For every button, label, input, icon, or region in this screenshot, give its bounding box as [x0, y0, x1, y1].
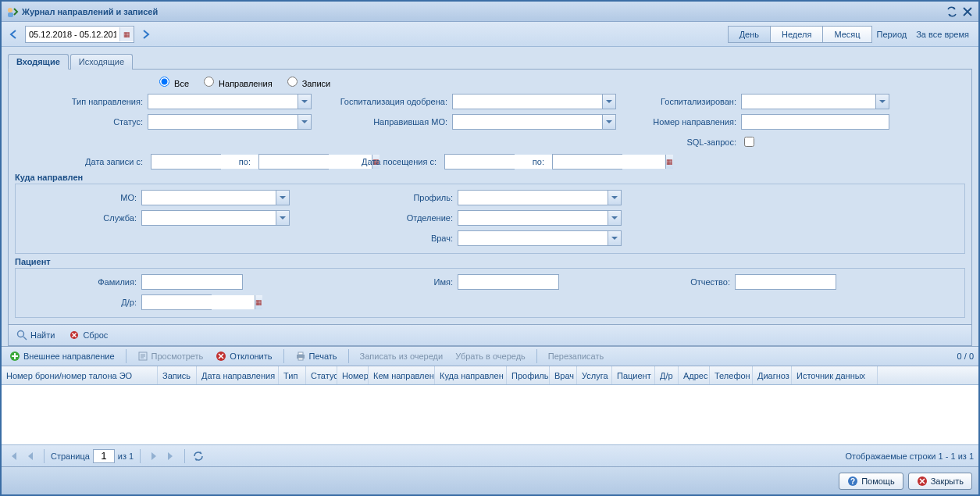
col-header[interactable]: Номер брони/номер талона ЭО: [2, 366, 158, 384]
app-icon: [6, 5, 19, 18]
label-status: Статус:: [15, 117, 148, 127]
label-surname: Фамилия:: [20, 277, 141, 287]
view-button[interactable]: Просмотреть: [134, 349, 207, 363]
seg-day[interactable]: День: [728, 26, 771, 43]
section-where: Куда направлен: [15, 173, 965, 182]
label-visit-from: Дата посещения с:: [332, 157, 441, 166]
col-header[interactable]: Телефон: [710, 366, 753, 384]
combo-service[interactable]: [141, 210, 290, 226]
combo-doctor[interactable]: [458, 230, 622, 246]
radio-all[interactable]: Все: [155, 74, 189, 88]
combo-status[interactable]: [148, 114, 312, 130]
calendar-icon[interactable]: ▦: [119, 27, 134, 41]
combo-sending-mo[interactable]: [452, 114, 616, 130]
help-button[interactable]: ?Помощь: [839, 473, 903, 490]
prev-arrow-icon[interactable]: [6, 27, 22, 42]
date-rec-to[interactable]: ▦: [258, 154, 329, 169]
svg-text:?: ?: [850, 477, 855, 486]
label-service: Служба:: [20, 213, 141, 223]
label-doctor: Врач:: [325, 234, 458, 243]
col-header[interactable]: Статус: [306, 366, 337, 384]
link-alltime[interactable]: За все время: [916, 30, 969, 39]
col-header[interactable]: Пациент: [612, 366, 655, 384]
pager-label2: из 1: [118, 451, 134, 461]
tab-outgoing[interactable]: Исходящие: [70, 54, 133, 70]
seg-week[interactable]: Неделя: [771, 26, 823, 43]
next-arrow-icon[interactable]: [137, 27, 153, 42]
radio-records[interactable]: Записи: [283, 74, 331, 88]
date-rec-from[interactable]: ▦: [151, 154, 221, 169]
label-to1: по:: [224, 157, 255, 166]
chk-sql[interactable]: [744, 137, 754, 147]
pager-last-icon[interactable]: [164, 449, 178, 463]
date-range-input[interactable]: ▦: [25, 26, 134, 43]
label-hospitalized: Госпитализирован:: [624, 97, 741, 106]
col-header[interactable]: Д/р: [655, 366, 679, 384]
col-header[interactable]: Кем направлен: [369, 366, 435, 384]
grid-body: [2, 385, 978, 444]
enqueue-button[interactable]: Записать из очереди: [357, 350, 447, 362]
refresh-icon[interactable]: [946, 5, 958, 18]
radio-referrals[interactable]: Направления: [200, 74, 273, 88]
find-button[interactable]: Найти: [13, 328, 58, 342]
reset-button[interactable]: Сброс: [66, 328, 111, 342]
svg-rect-9: [298, 358, 303, 360]
col-header[interactable]: Услуга: [577, 366, 612, 384]
combo-ref-type[interactable]: [148, 94, 312, 109]
svg-point-0: [8, 8, 12, 12]
col-header[interactable]: Врач: [550, 366, 577, 384]
label-mo: МО:: [20, 193, 141, 202]
dequeue-button[interactable]: Убрать в очередь: [452, 350, 529, 362]
label-dob: Д/р:: [20, 298, 141, 307]
label-rec-date-from: Дата записи с:: [15, 157, 148, 166]
combo-mo[interactable]: [141, 190, 290, 205]
section-patient: Пациент: [15, 257, 965, 266]
date-dob[interactable]: ▦: [141, 294, 212, 310]
combo-department[interactable]: [458, 210, 622, 226]
rerecord-button[interactable]: Перезаписать: [545, 350, 607, 362]
label-profile: Профиль:: [325, 193, 458, 202]
pager-refresh-icon[interactable]: [191, 449, 205, 463]
col-header[interactable]: Запись: [158, 366, 197, 384]
seg-month[interactable]: Месяц: [823, 26, 871, 43]
row-counter: 0 / 0: [957, 351, 974, 361]
combo-hospitalized[interactable]: [741, 94, 889, 109]
pager-page-input[interactable]: [93, 449, 115, 463]
col-header[interactable]: Адрес: [679, 366, 710, 384]
close-button[interactable]: Закрыть: [908, 473, 972, 490]
col-header[interactable]: Источник данных: [792, 366, 878, 384]
col-header[interactable]: Куда направлен: [435, 366, 507, 384]
window-title: Журнал направлений и записей: [22, 7, 158, 16]
print-button[interactable]: Печать: [292, 349, 340, 363]
label-hosp-approved: Госпитализация одобрена:: [319, 97, 452, 106]
input-name[interactable]: [458, 274, 559, 290]
col-header[interactable]: Диагноз: [753, 366, 792, 384]
input-patronymic[interactable]: [735, 274, 836, 290]
label-ref-type: Тип направления:: [15, 97, 148, 106]
link-period[interactable]: Период: [877, 30, 907, 39]
pager-display: Отображаемые строки 1 - 1 из 1: [845, 451, 974, 461]
pager-next-icon[interactable]: [147, 449, 161, 463]
col-header[interactable]: Дата направления: [197, 366, 279, 384]
close-icon[interactable]: [961, 5, 974, 18]
col-header[interactable]: Номер: [337, 366, 369, 384]
external-referral-button[interactable]: Внешнее направление: [6, 349, 118, 363]
svg-point-2: [18, 331, 24, 337]
date-range-field[interactable]: [26, 27, 119, 41]
date-visit-to[interactable]: ▦: [552, 154, 622, 169]
pager-prev-icon[interactable]: [23, 449, 37, 463]
combo-profile[interactable]: [458, 190, 622, 205]
pager-label1: Страница: [51, 451, 90, 461]
reject-button[interactable]: Отклонить: [212, 349, 275, 363]
svg-rect-1: [8, 12, 13, 17]
combo-hosp-approved[interactable]: [452, 94, 616, 109]
col-header[interactable]: Профиль: [507, 366, 550, 384]
pager-first-icon[interactable]: [6, 449, 20, 463]
input-surname[interactable]: [141, 274, 243, 290]
date-visit-from[interactable]: ▦: [444, 154, 515, 169]
tab-incoming[interactable]: Входящие: [8, 54, 69, 70]
col-header[interactable]: Тип: [279, 366, 306, 384]
label-to2: по:: [518, 157, 549, 166]
input-ref-number[interactable]: [741, 114, 889, 130]
label-name: Имя:: [325, 277, 458, 287]
